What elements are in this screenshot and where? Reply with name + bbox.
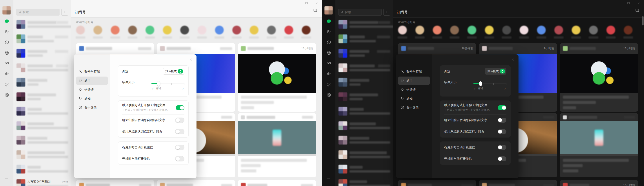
account-avatar[interactable]	[128, 26, 137, 34]
account-avatar[interactable]	[398, 26, 407, 34]
search-discover-tab[interactable]	[4, 83, 9, 87]
font-size-slider[interactable]: 小 标准 大	[152, 81, 184, 91]
account-avatar[interactable]	[589, 26, 598, 34]
account-avatar[interactable]	[416, 26, 424, 34]
setting-toggle[interactable]	[498, 156, 506, 161]
setting-toggle[interactable]	[175, 129, 184, 134]
chat-list-item[interactable]	[336, 32, 393, 46]
chat-list-item[interactable]	[14, 75, 71, 90]
chat-list-item[interactable]	[14, 162, 71, 176]
search-discover-tab[interactable]	[326, 83, 331, 87]
collections-tab[interactable]	[4, 40, 9, 45]
settings-tab-about[interactable]: 关于微信	[76, 103, 108, 112]
article-card[interactable]: 16小时前	[238, 43, 316, 112]
close-button[interactable]	[634, 0, 644, 7]
settings-tab-notifications[interactable]: 通知	[76, 94, 108, 103]
setting-toggle[interactable]	[498, 105, 506, 110]
account-avatar[interactable]	[146, 26, 154, 34]
slider-handle[interactable]	[157, 81, 160, 86]
settings-tab-notifications[interactable]: 通知	[398, 94, 430, 103]
article-card[interactable]: 16小时前	[560, 43, 638, 112]
chat-list-item[interactable]	[336, 46, 393, 61]
channels-tab[interactable]	[326, 51, 331, 56]
account-avatar[interactable]	[433, 26, 442, 34]
account-avatar[interactable]	[450, 26, 459, 34]
chat-list-item[interactable]	[14, 147, 71, 162]
account-avatar[interactable]	[572, 26, 580, 34]
article-card[interactable]	[238, 180, 316, 186]
account-avatar[interactable]	[163, 26, 172, 34]
article-card[interactable]	[157, 180, 235, 186]
mini-programs-tab[interactable]	[326, 93, 331, 98]
user-avatar[interactable]	[2, 6, 11, 14]
chat-list-item[interactable]: 人马猴 DY 车图[2] 09:53	[14, 176, 71, 186]
account-avatar[interactable]	[624, 26, 632, 34]
close-button[interactable]	[312, 0, 322, 7]
account-avatar[interactable]	[198, 26, 206, 34]
account-avatar[interactable]	[111, 26, 120, 34]
article-card[interactable]	[479, 180, 557, 186]
chat-list-item[interactable]	[14, 46, 71, 61]
account-avatar[interactable]	[502, 26, 511, 34]
article-card[interactable]	[398, 180, 476, 186]
account-avatar[interactable]	[554, 26, 563, 34]
chat-list-item[interactable]	[14, 32, 71, 46]
minimize-button[interactable]	[613, 0, 623, 7]
account-avatar[interactable]	[76, 26, 85, 34]
account-avatar[interactable]	[606, 26, 615, 34]
appearance-mode-select[interactable]: 浅色模式	[163, 68, 184, 75]
setting-toggle[interactable]	[498, 129, 506, 134]
setting-toggle[interactable]	[176, 105, 184, 110]
account-avatar[interactable]	[468, 26, 476, 34]
settings-tab-shortcuts[interactable]: 快捷键	[398, 86, 430, 94]
article-card[interactable]	[560, 113, 638, 177]
menu-button[interactable]	[4, 176, 9, 181]
stickers-tab[interactable]	[326, 72, 331, 77]
settings-tab-account-storage[interactable]: 账号与存储	[398, 68, 430, 76]
account-avatar[interactable]	[267, 26, 276, 34]
settings-tab-general[interactable]: 通用	[76, 77, 108, 85]
chat-list-item[interactable]	[336, 133, 393, 147]
chat-list-item[interactable]	[336, 61, 393, 75]
settings-tab-shortcuts[interactable]: 快捷键	[76, 86, 108, 94]
setting-toggle[interactable]	[175, 118, 184, 123]
maximize-button[interactable]	[301, 0, 312, 7]
account-avatar[interactable]	[232, 26, 241, 34]
mini-programs-tab[interactable]	[4, 93, 9, 98]
chat-list-item[interactable]	[14, 104, 71, 118]
add-button[interactable]	[383, 9, 390, 15]
settings-tab-about[interactable]: 关于微信	[398, 103, 430, 112]
chat-list-item[interactable]	[336, 176, 393, 186]
layout-toggle-button[interactable]	[312, 8, 318, 14]
font-size-slider[interactable]: 小 标准 大	[474, 81, 506, 91]
contacts-tab[interactable]	[4, 30, 9, 35]
chat-list-item[interactable]	[14, 90, 71, 104]
add-button[interactable]	[61, 9, 68, 15]
account-avatar[interactable]	[250, 26, 258, 34]
dialog-close-button[interactable]	[188, 57, 194, 63]
dialog-close-button[interactable]	[510, 57, 516, 63]
article-card[interactable]	[238, 113, 316, 177]
video-channel-tab[interactable]	[326, 61, 331, 66]
chat-list-item[interactable]	[336, 162, 393, 176]
account-avatar[interactable]	[485, 26, 494, 34]
account-avatar[interactable]	[94, 26, 102, 34]
account-avatar[interactable]	[520, 26, 528, 34]
settings-tab-general[interactable]: 通用	[398, 77, 430, 85]
user-avatar[interactable]	[324, 6, 333, 14]
chat-list-item[interactable]	[14, 17, 71, 32]
chat-list-item[interactable]	[336, 17, 393, 32]
chat-list-item[interactable]	[336, 147, 393, 162]
chat-list-item[interactable]	[336, 118, 393, 133]
account-avatar[interactable]	[537, 26, 546, 34]
chat-list-item[interactable]	[14, 133, 71, 147]
chats-tab[interactable]	[326, 19, 331, 24]
account-avatar[interactable]	[180, 26, 189, 34]
channels-tab[interactable]	[4, 51, 9, 56]
chat-list-item[interactable]	[336, 104, 393, 118]
article-card[interactable]: 13小时前	[560, 180, 638, 186]
chat-list-item[interactable]	[14, 118, 71, 133]
stickers-tab[interactable]	[4, 72, 9, 77]
article-card[interactable]	[76, 180, 154, 186]
collections-tab[interactable]	[326, 40, 331, 45]
